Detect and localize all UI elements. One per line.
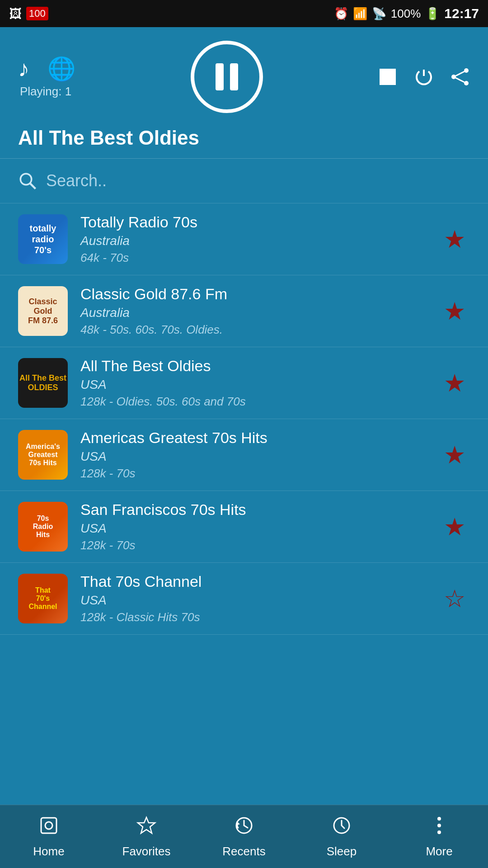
favorite-button[interactable]: ★ [439,292,470,330]
sleep-label: Sleep [327,844,357,859]
globe-icon[interactable]: 🌐 [47,56,75,82]
star-empty-icon: ☆ [444,585,465,613]
station-logo: All The Best OLDIES [18,358,68,408]
recents-icon [234,815,254,841]
station-item[interactable]: Classic Gold FM 87.6Classic Gold 87.6 Fm… [0,275,488,347]
content-area: ♪ 🌐 Playing: 1 [0,27,488,805]
station-item[interactable]: totally radio 70'sTotally Radio 70sAustr… [0,203,488,275]
station-logo: 70s Radio Hits [18,502,68,552]
station-item[interactable]: America's Greatest 70s HitsAmericas Grea… [0,419,488,491]
station-name: That 70s Channel [80,573,427,590]
star-filled-icon: ★ [444,225,465,254]
home-label: Home [33,844,64,859]
pause-button[interactable] [191,41,263,113]
svg-point-16 [437,830,441,834]
star-filled-icon: ★ [444,297,465,326]
station-name: Americas Greatest 70s Hits [80,429,427,447]
stop-button[interactable] [378,67,398,87]
favorite-button[interactable]: ★ [439,221,470,258]
more-icon [429,815,450,841]
station-logo: That 70's Channel [18,574,68,623]
home-icon [38,815,59,841]
status-left: 🖼 100 [9,6,48,21]
nav-recents[interactable]: Recents [195,811,293,863]
station-logo: totally radio 70's [18,214,68,264]
svg-point-14 [437,817,441,821]
svg-point-9 [45,822,52,829]
star-filled-icon: ★ [444,369,465,397]
nav-favorites[interactable]: Favorites [98,811,195,863]
player-header: ♪ 🌐 Playing: 1 [0,27,488,122]
wifi-icon: 📶 [353,7,367,21]
station-country: USA [80,377,427,392]
more-label: More [426,844,452,859]
svg-rect-8 [41,818,56,833]
station-country: Australia [80,306,427,320]
station-name: San Franciscos 70s Hits [80,501,427,519]
nav-sleep[interactable]: Sleep [293,811,390,863]
player-top-icons: ♪ 🌐 [18,56,75,82]
svg-line-4 [455,71,465,76]
star-filled-icon: ★ [444,441,465,469]
battery-icon: 🔋 [425,7,440,21]
station-item[interactable]: 70s Radio HitsSan Franciscos 70s HitsUSA… [0,491,488,563]
station-list: totally radio 70'sTotally Radio 70sAustr… [0,203,488,805]
svg-rect-0 [380,69,396,85]
station-country: USA [80,593,427,608]
station-name: All The Best Oldies [80,357,427,375]
station-info: That 70s ChannelUSA128k - Classic Hits 7… [80,573,427,624]
alarm-icon: ⏰ [334,7,348,21]
nav-more[interactable]: More [390,811,488,863]
music-icon[interactable]: ♪ [18,56,29,82]
favorites-label: Favorites [122,844,171,859]
svg-point-2 [451,75,456,79]
station-info: All The Best OldiesUSA128k - Oldies. 50s… [80,357,427,409]
svg-line-5 [455,78,465,82]
station-logo: America's Greatest 70s Hits [18,430,68,480]
battery-text: 100% [391,7,421,21]
photo-icon: 🖼 [9,6,22,21]
sleep-icon [331,815,352,841]
station-name: Classic Gold 87.6 Fm [80,285,427,303]
recents-label: Recents [222,844,265,859]
pause-icon [216,63,238,90]
svg-point-15 [437,824,441,827]
station-meta: 128k - 70s [80,467,427,481]
app-icon: 100 [26,7,48,20]
share-button[interactable] [450,67,470,87]
station-item[interactable]: That 70's ChannelThat 70s ChannelUSA128k… [0,563,488,635]
station-logo: Classic Gold FM 87.6 [18,286,68,336]
favorite-button[interactable]: ★ [439,508,470,546]
status-bar: 🖼 100 ⏰ 📶 📡 100% 🔋 12:17 [0,0,488,27]
search-input[interactable] [46,171,470,190]
favorite-button[interactable]: ★ [439,364,470,402]
favorites-icon [136,815,157,841]
station-info: San Franciscos 70s HitsUSA128k - 70s [80,501,427,552]
favorite-button[interactable]: ★ [439,436,470,474]
now-playing-title: All The Best Oldies [0,122,488,159]
status-right: ⏰ 📶 📡 100% 🔋 12:17 [334,6,479,21]
station-info: Totally Radio 70sAustralia64k - 70s [80,213,427,265]
station-country: USA [80,449,427,464]
favorite-button[interactable]: ☆ [439,580,470,618]
playing-text: Playing: 1 [20,85,71,99]
time: 12:17 [444,6,479,21]
player-center [191,41,263,113]
search-icon [18,171,37,190]
svg-marker-10 [138,817,155,833]
nav-home[interactable]: Home [0,811,98,863]
power-button[interactable] [414,67,434,87]
station-meta: 128k - Oldies. 50s. 60s and 70s [80,395,427,409]
player-right-controls [378,67,470,87]
station-name: Totally Radio 70s [80,213,427,231]
bottom-nav: Home Favorites Recents Sleep [0,805,488,868]
station-meta: 48k - 50s. 60s. 70s. Oldies. [80,323,427,337]
player-left-info: ♪ 🌐 Playing: 1 [18,56,75,99]
signal-icon: 📡 [372,7,386,21]
svg-point-6 [20,174,32,185]
station-item[interactable]: All The Best OLDIESAll The Best OldiesUS… [0,347,488,419]
svg-point-3 [464,81,469,85]
station-meta: 128k - Classic Hits 70s [80,610,427,624]
station-info: Americas Greatest 70s HitsUSA128k - 70s [80,429,427,481]
search-bar [0,159,488,203]
